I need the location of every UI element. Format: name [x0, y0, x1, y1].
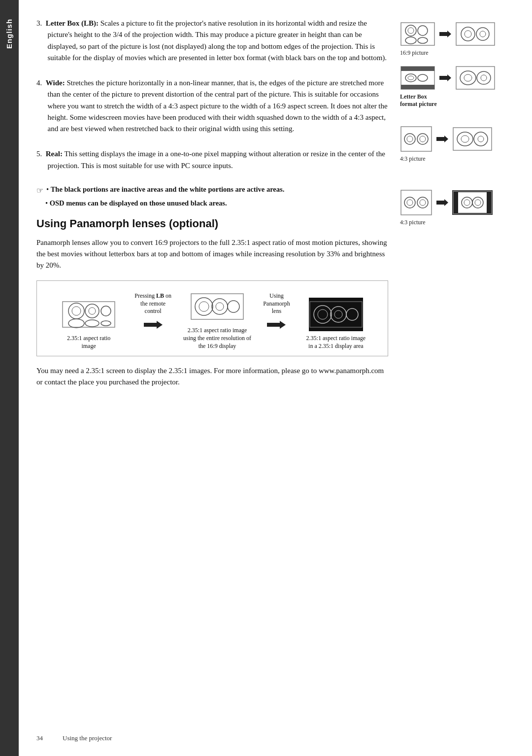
svg-rect-54 — [453, 128, 492, 150]
diagram-group-169: 16:9 picture — [400, 22, 508, 57]
svg-rect-37 — [401, 67, 434, 71]
item-5-term: Real: — [46, 150, 63, 158]
panamorph-arrow-label-2: UsingPanamorphlens — [263, 292, 290, 315]
note-2: • OSD menus can be displayed on those un… — [36, 199, 388, 208]
svg-rect-43 — [456, 67, 495, 89]
panamorph-label-3: 2.35:1 aspect ratio imagein a 2.35:1 dis… — [306, 334, 366, 350]
arrow-lb — [439, 73, 451, 82]
diagram-result-43wide — [452, 127, 493, 151]
diagram-label-43wide: 4:3 picture — [400, 155, 426, 163]
item-5-text: 5. Real: This setting displays the image… — [36, 148, 388, 172]
panamorph-diagram-box: 2.35:1 aspect ratioimage Pressing LB ont… — [36, 280, 388, 357]
panamorph-svg-2 — [190, 290, 244, 323]
arrow-svg-2 — [267, 319, 286, 330]
diagram-row-lb — [400, 66, 496, 90]
svg-marker-42 — [439, 74, 451, 81]
item-3-text: 3. Letter Box (LB): Scales a picture to … — [36, 18, 388, 64]
diagram-result-169 — [455, 22, 496, 46]
svg-rect-59 — [401, 190, 432, 215]
main-content: 3. Letter Box (LB): Scales a picture to … — [19, 0, 532, 756]
svg-marker-16 — [267, 321, 286, 329]
panamorph-arrow-2: UsingPanamorphlens — [260, 292, 293, 350]
sidebar: English — [0, 0, 19, 756]
page-number: 34 — [36, 734, 43, 742]
list-item-3: 3. Letter Box (LB): Scales a picture to … — [36, 18, 388, 64]
svg-marker-30 — [439, 31, 451, 37]
arrow-169 — [439, 30, 451, 38]
text-column: 3. Letter Box (LB): Scales a picture to … — [36, 18, 400, 726]
panamorph-arrow-1: Pressing LB onthe remotecontrol — [132, 292, 174, 350]
item-4-term: Wide: — [46, 79, 65, 87]
svg-rect-48 — [401, 127, 432, 151]
note-1: ☞ • The black portions are inactive area… — [36, 185, 388, 195]
section-intro: Panamorph lenses allow you to convert 16… — [36, 237, 388, 272]
svg-rect-38 — [401, 85, 434, 89]
item-3-term: Letter Box (LB): — [46, 19, 99, 27]
panamorph-arrow-label-1: Pressing LB onthe remotecontrol — [134, 292, 171, 315]
note-icon-2 — [36, 200, 42, 208]
arrow-43wide — [436, 135, 448, 143]
arrow-43real — [436, 198, 448, 207]
diagrams-column: 16:9 picture — [400, 18, 508, 726]
svg-marker-9 — [144, 321, 163, 329]
svg-marker-64 — [436, 199, 448, 206]
panamorph-svg-3 — [309, 298, 363, 331]
diagram-group-lb: Letter Boxformat picture — [400, 66, 508, 108]
panamorph-item-2: 2.35:1 aspect ratio imageusing the entir… — [174, 290, 260, 350]
svg-marker-53 — [436, 136, 448, 142]
arrow-svg-1 — [144, 319, 163, 330]
diagram-label-lb: Letter Boxformat picture — [400, 93, 437, 108]
sidebar-label: English — [5, 19, 14, 49]
diagram-source-43wide — [400, 126, 432, 152]
list-item-4: 4. Wide: Stretches the picture horizonta… — [36, 77, 388, 135]
diagram-source-169 — [400, 22, 435, 46]
bottom-para: You may need a 2.35:1 screen to display … — [36, 365, 388, 388]
note-1-text: • The black portions are inactive areas … — [46, 185, 284, 194]
item-4-text: 4. Wide: Stretches the picture horizonta… — [36, 77, 388, 135]
diagram-row-169 — [400, 22, 496, 46]
page-footer: 34 Using the projector — [19, 734, 532, 742]
diagram-row-43wide — [400, 126, 493, 152]
diagram-row-43real — [400, 189, 493, 216]
list-item-5: 5. Real: This setting displays the image… — [36, 148, 388, 172]
diagram-group-43real: 4:3 picture — [400, 189, 508, 226]
note-2-text: • OSD menus can be displayed on those un… — [45, 199, 227, 207]
notes-section: ☞ • The black portions are inactive area… — [36, 185, 388, 208]
diagram-group-43wide: 4:3 picture — [400, 126, 508, 163]
panamorph-item-3: 2.35:1 aspect ratio imagein a 2.35:1 dis… — [293, 298, 379, 350]
diagram-label-43real: 4:3 picture — [400, 219, 426, 226]
panamorph-item-1: 2.35:1 aspect ratioimage — [46, 298, 132, 350]
note-icon-1: ☞ — [36, 186, 43, 195]
diagram-source-43real — [400, 189, 432, 216]
diagram-label-169: 16:9 picture — [400, 49, 429, 57]
diagram-source-lb — [400, 66, 435, 90]
panamorph-svg-1 — [62, 298, 116, 331]
diagram-result-lb — [455, 66, 496, 90]
footer-section: Using the projector — [63, 734, 112, 742]
panamorph-label-2: 2.35:1 aspect ratio imageusing the entir… — [183, 326, 251, 350]
page-wrapper: English 3. Letter Box (LB): Scales a pic… — [0, 0, 532, 756]
section-heading: Using Panamorph lenses (optional) — [36, 217, 388, 230]
panamorph-label-1: 2.35:1 aspect ratioimage — [67, 334, 110, 350]
diagram-result-43real — [452, 190, 493, 215]
